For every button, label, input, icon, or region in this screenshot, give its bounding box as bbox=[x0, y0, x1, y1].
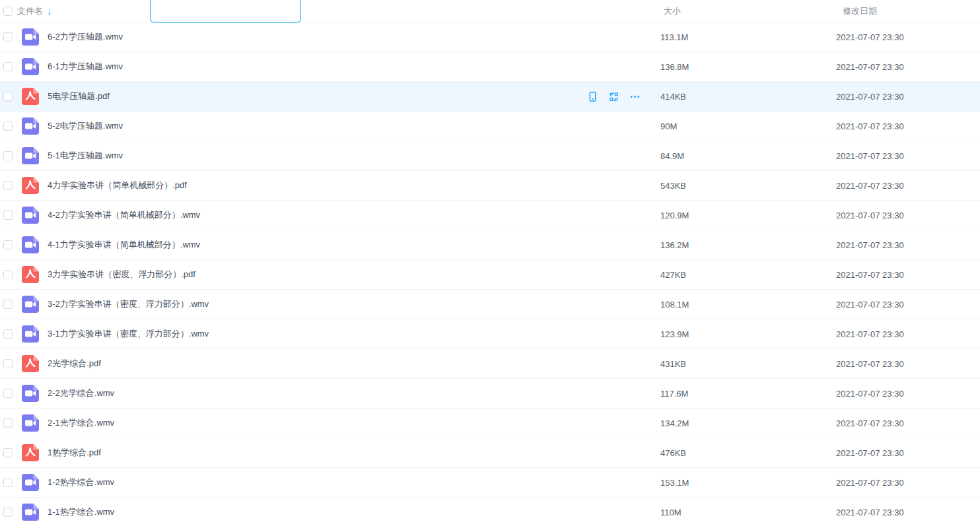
file-row[interactable]: 5-1电学压轴题.wmv 84.9M 2021-07-07 23:30 bbox=[0, 141, 980, 171]
file-name[interactable]: 5-1电学压轴题.wmv bbox=[48, 150, 123, 162]
row-checkbox[interactable] bbox=[3, 508, 13, 517]
file-row[interactable]: 2-1光学综合.wmv 134.2M 2021-07-07 23:30 bbox=[0, 409, 980, 438]
file-size: 108.1M bbox=[659, 300, 834, 310]
row-checkbox[interactable] bbox=[3, 389, 13, 398]
more-dots-icon[interactable] bbox=[629, 91, 641, 102]
file-name[interactable]: 6-1力学压轴题.wmv bbox=[48, 61, 123, 73]
file-row[interactable]: 4-2力学实验串讲（简单机械部分）.wmv 120.9M 2021-07-07 … bbox=[0, 201, 980, 230]
file-date: 2021-07-07 23:30 bbox=[834, 448, 980, 458]
file-name[interactable]: 3力学实验串讲（密度、浮力部分）.pdf bbox=[48, 269, 195, 280]
file-size: 136.8M bbox=[659, 62, 834, 72]
row-checkbox[interactable] bbox=[3, 359, 13, 368]
video-file-icon bbox=[22, 147, 39, 164]
file-row[interactable]: 4-1力学实验串讲（简单机械部分）.wmv 136.2M 2021-07-07 … bbox=[0, 230, 980, 260]
file-name[interactable]: 3-1力学实验串讲（密度、浮力部分）.wmv bbox=[48, 328, 209, 340]
file-date: 2021-07-07 23:30 bbox=[834, 478, 980, 488]
video-file-icon bbox=[22, 296, 39, 313]
file-row[interactable]: 2-2光学综合.wmv 117.6M 2021-07-07 23:30 bbox=[0, 379, 980, 409]
row-checkbox[interactable] bbox=[3, 181, 13, 190]
row-checkbox[interactable] bbox=[3, 151, 13, 160]
pdf-file-icon bbox=[22, 266, 39, 283]
file-name[interactable]: 2-2光学综合.wmv bbox=[48, 387, 114, 399]
file-name[interactable]: 4-2力学实验串讲（简单机械部分）.wmv bbox=[48, 209, 200, 221]
select-all-checkbox[interactable] bbox=[3, 7, 13, 16]
column-header-filename[interactable]: 文件名 ↓ bbox=[17, 5, 52, 17]
sort-descending-icon[interactable]: ↓ bbox=[47, 6, 52, 16]
file-row[interactable]: 4力学实验串讲（简单机械部分）.pdf 543KB 2021-07-07 23:… bbox=[0, 171, 980, 201]
file-row[interactable]: 3-1力学实验串讲（密度、浮力部分）.wmv 123.9M 2021-07-07… bbox=[0, 319, 980, 349]
file-name[interactable]: 1-2热学综合.wmv bbox=[48, 477, 114, 488]
video-file-icon bbox=[22, 236, 39, 253]
file-date: 2021-07-07 23:30 bbox=[834, 389, 980, 399]
file-row[interactable]: 6-2力学压轴题.wmv 113.1M 2021-07-07 23:30 bbox=[0, 22, 980, 52]
file-row[interactable]: 5-2电学压轴题.wmv 90M 2021-07-07 23:30 bbox=[0, 112, 980, 141]
file-date: 2021-07-07 23:30 bbox=[834, 359, 980, 369]
file-size: 123.9M bbox=[659, 329, 834, 339]
video-file-icon bbox=[22, 325, 39, 343]
file-row[interactable]: 1热学综合.pdf 476KB 2021-07-07 23:30 bbox=[0, 438, 980, 468]
file-name[interactable]: 5电学压轴题.pdf bbox=[48, 90, 110, 102]
file-row[interactable]: 3-2力学实验串讲（密度、浮力部分）.wmv 108.1M 2021-07-07… bbox=[0, 290, 980, 319]
row-checkbox[interactable] bbox=[3, 478, 13, 487]
phone-icon[interactable] bbox=[587, 91, 598, 102]
file-date: 2021-07-07 23:30 bbox=[834, 62, 980, 72]
file-date: 2021-07-07 23:30 bbox=[834, 181, 980, 191]
pdf-file-icon bbox=[22, 177, 39, 194]
file-name[interactable]: 5-2电学压轴题.wmv bbox=[48, 120, 123, 132]
file-size: 120.9M bbox=[659, 211, 834, 220]
row-checkbox[interactable] bbox=[3, 62, 13, 71]
file-name[interactable]: 3-2力学实验串讲（密度、浮力部分）.wmv bbox=[48, 298, 209, 310]
file-row[interactable]: 1-2热学综合.wmv 153.1M 2021-07-07 23:30 bbox=[0, 468, 980, 498]
file-row[interactable]: 6-1力学压轴题.wmv 136.8M 2021-07-07 23:30 bbox=[0, 52, 980, 82]
file-name[interactable]: 2-1光学综合.wmv bbox=[48, 417, 114, 429]
file-name[interactable]: 4-1力学实验串讲（简单机械部分）.wmv bbox=[48, 239, 200, 251]
inline-rename-input[interactable] bbox=[150, 0, 301, 23]
column-header-date[interactable]: 修改日期 bbox=[834, 5, 980, 17]
file-date: 2021-07-07 23:30 bbox=[834, 300, 980, 310]
file-date: 2021-07-07 23:30 bbox=[834, 270, 980, 280]
file-row[interactable]: 5电学压轴题.pdf bbox=[0, 82, 980, 112]
file-row[interactable]: 1-1热学综合.wmv 110M 2021-07-07 23:30 bbox=[0, 498, 980, 526]
pdf-file-icon bbox=[22, 444, 39, 461]
file-size: 476KB bbox=[659, 448, 834, 458]
file-size: 427KB bbox=[659, 270, 834, 280]
file-date: 2021-07-07 23:30 bbox=[834, 240, 980, 250]
video-file-icon bbox=[22, 414, 39, 432]
file-date: 2021-07-07 23:30 bbox=[834, 211, 980, 220]
column-header-size[interactable]: 大小 bbox=[659, 5, 834, 17]
row-checkbox[interactable] bbox=[3, 121, 13, 131]
file-size: 431KB bbox=[659, 359, 834, 369]
file-name[interactable]: 1-1热学综合.wmv bbox=[48, 506, 114, 518]
row-checkbox[interactable] bbox=[3, 448, 13, 457]
row-checkbox[interactable] bbox=[3, 240, 13, 249]
file-row[interactable]: 3力学实验串讲（密度、浮力部分）.pdf 427KB 2021-07-07 23… bbox=[0, 260, 980, 290]
file-date: 2021-07-07 23:30 bbox=[834, 151, 980, 161]
qr-code-icon[interactable] bbox=[608, 91, 619, 102]
row-checkbox[interactable] bbox=[3, 211, 13, 220]
video-file-icon bbox=[22, 385, 39, 402]
file-name[interactable]: 1热学综合.pdf bbox=[48, 447, 101, 459]
row-checkbox[interactable] bbox=[3, 32, 13, 42]
row-checkbox[interactable] bbox=[3, 418, 13, 428]
file-name[interactable]: 2光学综合.pdf bbox=[48, 358, 101, 370]
file-size: 153.1M bbox=[659, 478, 834, 488]
file-size: 136.2M bbox=[659, 240, 834, 250]
file-name[interactable]: 6-2力学压轴题.wmv bbox=[48, 31, 123, 43]
pdf-file-icon bbox=[22, 355, 39, 372]
file-size: 84.9M bbox=[659, 151, 834, 161]
file-size: 113.1M bbox=[659, 32, 834, 42]
video-file-icon bbox=[22, 207, 39, 224]
file-list: 6-2力学压轴题.wmv 113.1M 2021-07-07 23:30 6-1… bbox=[0, 22, 980, 526]
file-row[interactable]: 2光学综合.pdf 431KB 2021-07-07 23:30 bbox=[0, 349, 980, 379]
row-checkbox[interactable] bbox=[3, 270, 13, 279]
row-checkbox[interactable] bbox=[3, 92, 13, 101]
file-size: 90M bbox=[659, 121, 834, 131]
file-name[interactable]: 4力学实验串讲（简单机械部分）.pdf bbox=[48, 180, 187, 191]
row-checkbox[interactable] bbox=[3, 329, 13, 339]
video-file-icon bbox=[22, 474, 39, 491]
pdf-file-icon bbox=[22, 88, 39, 105]
video-file-icon bbox=[22, 504, 39, 521]
file-size: 134.2M bbox=[659, 418, 834, 428]
file-date: 2021-07-07 23:30 bbox=[834, 92, 980, 102]
row-checkbox[interactable] bbox=[3, 300, 13, 309]
